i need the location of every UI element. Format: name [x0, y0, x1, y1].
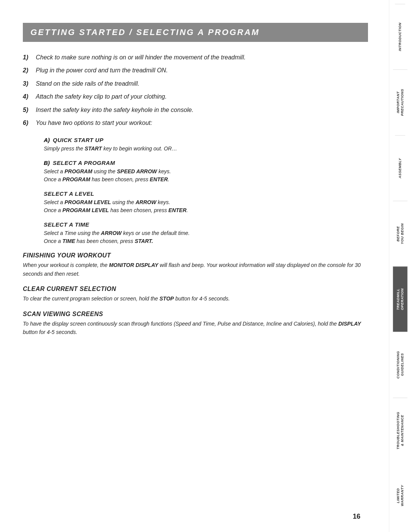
step-text-2: Plug in the power cord and turn the trea… — [36, 66, 168, 75]
step-number-1: 1) — [23, 53, 33, 62]
sub-text-time: Select a Time using the ARROW keys or us… — [44, 229, 368, 245]
step-number-3: 3) — [23, 80, 33, 88]
clear-heading: CLEAR CURRENT SELECTION — [23, 286, 368, 292]
sidebar-item-introduction[interactable]: INTRODUCTION — [395, 4, 405, 69]
sidebar-item-troubleshooting[interactable]: TROUBLESHOOTING& MAINTENANCE — [393, 398, 408, 463]
sidebar-item-assembly[interactable]: ASSEMBLY — [395, 135, 405, 201]
sub-heading-b: SELECT A PROGRAM — [53, 160, 115, 166]
sidebar-item-precautions[interactable]: IMPORTANTPRECAUTIONS — [393, 69, 408, 135]
finishing-heading: FINISHING YOUR WORKOUT — [23, 252, 368, 259]
sub-text-a: Simply press the START key to begin work… — [44, 145, 368, 153]
step-text-6: You have two options to start your worko… — [36, 119, 152, 127]
step-text-4: Attach the safety key clip to part of yo… — [36, 93, 167, 101]
step-text-3: Stand on the side rails of the treadmill… — [36, 80, 139, 88]
sub-section-b: B) SELECT A PROGRAM Select a PROGRAM usi… — [44, 160, 368, 184]
sub-heading-time: SELECT A TIME — [44, 221, 368, 228]
step-1: 1) Check to make sure nothing is on or w… — [23, 53, 368, 62]
finishing-section: FINISHING YOUR WORKOUT When your workout… — [23, 252, 368, 278]
main-content: GETTING STARTED / SELECTING A PROGRAM 1)… — [0, 0, 389, 532]
sidebar-item-conditioning[interactable]: CONDITIONINGGUIDELINES — [393, 332, 408, 397]
sub-letter-b: B) — [44, 160, 50, 166]
step-number-2: 2) — [23, 66, 33, 75]
step-5: 5) Insert the safety key into the safety… — [23, 106, 368, 114]
step-4: 4) Attach the safety key clip to part of… — [23, 93, 368, 101]
sidebar-item-before-begin[interactable]: BEFOREYOU BEGIN — [393, 201, 408, 266]
sub-heading-a: QUICK START UP — [53, 137, 104, 143]
sub-text-b: Select a PROGRAM using the SPEED ARROW k… — [44, 168, 368, 184]
step-number-6: 6) — [23, 119, 33, 127]
scan-text: To have the display screen continuously … — [23, 320, 368, 337]
scan-section: SCAN VIEWING SCREENS To have the display… — [23, 311, 368, 337]
finishing-text: When your workout is complete, the MONIT… — [23, 261, 368, 278]
sub-heading-level: SELECT A LEVEL — [44, 190, 368, 197]
step-text-5: Insert the safety key into the safety ke… — [36, 106, 193, 114]
sub-section-level: SELECT A LEVEL Select a PROGRAM LEVEL us… — [44, 190, 368, 214]
sidebar-item-warranty[interactable]: LIMITEDWARRANTY — [393, 463, 408, 528]
sub-section-a: A) QUICK START UP Simply press the START… — [44, 137, 368, 153]
sub-section-time: SELECT A TIME Select a Time using the AR… — [44, 221, 368, 245]
steps-list: 1) Check to make sure nothing is on or w… — [23, 53, 368, 127]
page-number: 16 — [353, 513, 360, 521]
step-number-5: 5) — [23, 106, 33, 114]
section-heading: GETTING STARTED / SELECTING A PROGRAM — [23, 23, 368, 42]
step-6: 6) You have two options to start your wo… — [23, 119, 368, 127]
sidebar: INTRODUCTION IMPORTANTPRECAUTIONS ASSEMB… — [389, 0, 411, 532]
sub-text-level: Select a PROGRAM LEVEL using the ARROW k… — [44, 198, 368, 214]
step-2: 2) Plug in the power cord and turn the t… — [23, 66, 368, 75]
sidebar-item-operation[interactable]: TREADMILLOPERATION — [393, 266, 408, 332]
sub-label-b: B) SELECT A PROGRAM — [44, 160, 368, 168]
sub-letter-a: A) — [44, 137, 50, 143]
scan-heading: SCAN VIEWING SCREENS — [23, 311, 368, 318]
clear-section: CLEAR CURRENT SELECTION To clear the cur… — [23, 286, 368, 303]
step-3: 3) Stand on the side rails of the treadm… — [23, 80, 368, 88]
page-title: GETTING STARTED / SELECTING A PROGRAM — [30, 27, 360, 37]
step-text-1: Check to make sure nothing is on or will… — [36, 53, 245, 62]
step-number-4: 4) — [23, 93, 33, 101]
clear-text: To clear the current program selection o… — [23, 294, 368, 303]
sub-label-a: A) QUICK START UP — [44, 137, 368, 145]
